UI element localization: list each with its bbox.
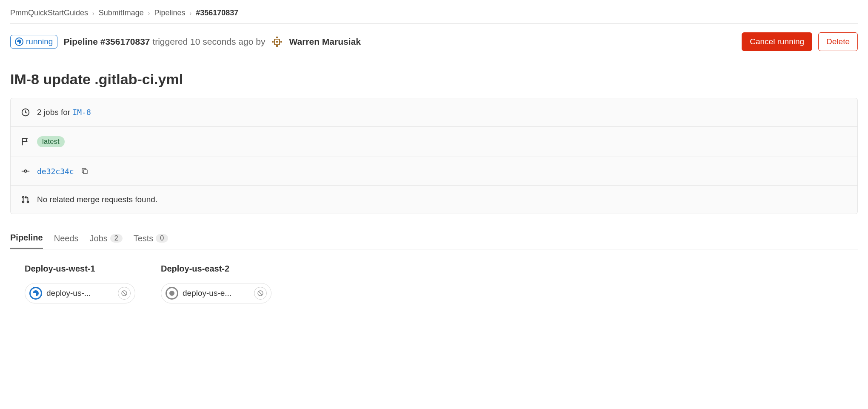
tab-needs[interactable]: Needs [54, 228, 79, 249]
svg-point-14 [27, 201, 29, 203]
breadcrumb-current: #356170837 [196, 9, 238, 17]
cancel-job-icon[interactable] [254, 287, 267, 300]
svg-rect-1 [276, 37, 278, 38]
chevron-right-icon: › [190, 10, 192, 17]
stage-column: Deploy-us-west-1 deploy-us-... [25, 264, 135, 303]
pipeline-tabs: Pipeline Needs Jobs2 Tests0 [10, 228, 858, 249]
avatar[interactable] [271, 36, 283, 48]
tab-tests[interactable]: Tests0 [134, 228, 168, 249]
chevron-right-icon: › [148, 10, 150, 17]
commit-icon [21, 166, 30, 176]
svg-rect-2 [272, 41, 274, 43]
breadcrumb-item[interactable]: SubmitImage [99, 9, 144, 17]
jobs-count-text: 2 jobs for IM-8 [37, 108, 91, 117]
svg-line-18 [259, 292, 262, 295]
job-name: deploy-us-e... [183, 289, 250, 298]
pipeline-stages: Deploy-us-west-1 deploy-us-... Deploy-us… [25, 264, 858, 303]
status-label: running [26, 37, 53, 46]
svg-point-12 [23, 197, 24, 198]
latest-tag: latest [37, 136, 65, 147]
svg-rect-6 [276, 41, 278, 43]
pipeline-info-panel: 2 jobs for IM-8 latest de32c34c No relat… [10, 98, 858, 214]
svg-point-8 [24, 170, 27, 172]
svg-point-13 [23, 201, 24, 203]
job-pill[interactable]: deploy-us-... [25, 283, 135, 303]
svg-rect-3 [280, 41, 282, 43]
stage-title: Deploy-us-west-1 [25, 264, 135, 274]
tab-jobs[interactable]: Jobs2 [90, 228, 123, 249]
copy-icon[interactable] [81, 167, 89, 175]
cancel-running-button[interactable]: Cancel running [742, 32, 812, 51]
job-pill[interactable]: deploy-us-e... [161, 283, 271, 303]
tab-pipeline[interactable]: Pipeline [10, 228, 43, 249]
running-icon [15, 37, 23, 46]
stage-title: Deploy-us-east-2 [161, 264, 271, 274]
chevron-right-icon: › [92, 10, 94, 17]
merge-request-icon [21, 195, 30, 204]
page-title: IM-8 update .gitlab-ci.yml [10, 71, 858, 88]
status-badge[interactable]: running [10, 35, 57, 49]
running-icon [29, 287, 42, 300]
pipeline-header: running Pipeline #356170837 triggered 10… [10, 24, 858, 59]
author-name[interactable]: Warren Marusiak [289, 37, 360, 47]
svg-line-16 [123, 292, 126, 295]
commit-sha-link[interactable]: de32c34c [37, 167, 74, 176]
breadcrumb-item[interactable]: Pipelines [154, 9, 185, 17]
clock-icon [21, 108, 30, 117]
delete-button[interactable]: Delete [818, 32, 858, 51]
job-name: deploy-us-... [46, 289, 114, 298]
branch-link[interactable]: IM-8 [72, 108, 91, 117]
svg-rect-11 [83, 170, 87, 174]
pipeline-trigger-text: Pipeline #356170837 triggered 10 seconds… [63, 37, 265, 47]
breadcrumb: PmmQuickStartGuides › SubmitImage › Pipe… [10, 9, 858, 24]
stage-column: Deploy-us-east-2 deploy-us-e... [161, 264, 271, 303]
breadcrumb-item[interactable]: PmmQuickStartGuides [10, 9, 88, 17]
created-icon [166, 287, 178, 300]
flag-icon [21, 137, 30, 146]
cancel-job-icon[interactable] [118, 287, 131, 300]
merge-requests-text: No related merge requests found. [37, 195, 157, 204]
svg-rect-4 [276, 45, 278, 47]
